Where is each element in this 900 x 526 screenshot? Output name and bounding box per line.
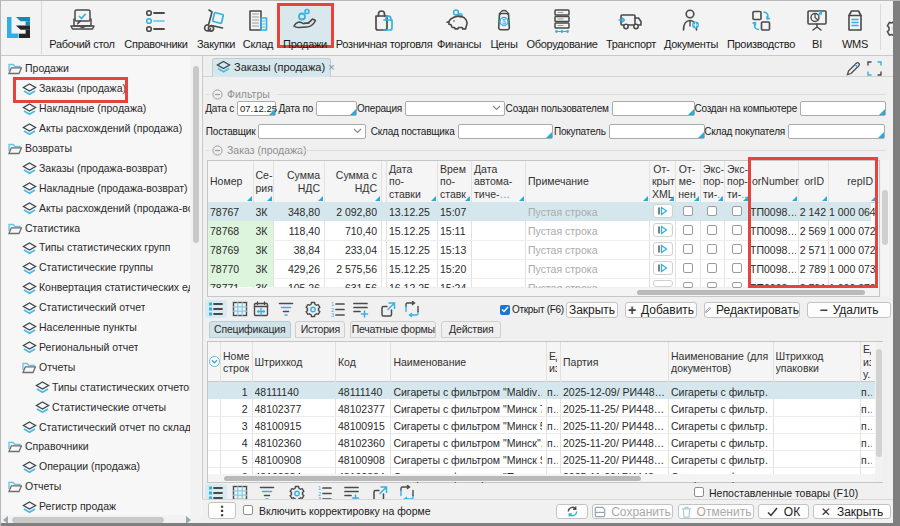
svg-text:3: 3 (331, 312, 334, 318)
